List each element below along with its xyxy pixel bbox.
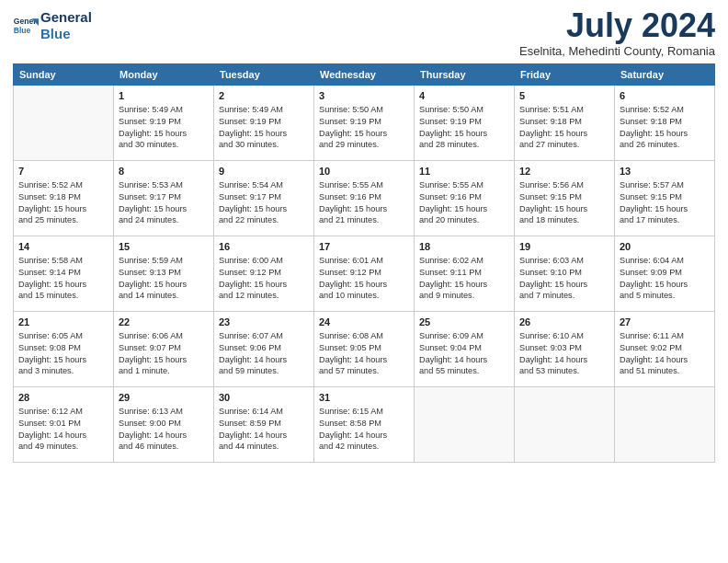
day-info: Sunrise: 6:04 AM Sunset: 9:09 PM Dayligh…: [620, 255, 710, 303]
calendar-cell: 12Sunrise: 5:56 AM Sunset: 9:15 PM Dayli…: [515, 161, 615, 236]
logo-line1: General: [40, 9, 92, 25]
calendar-cell: 4Sunrise: 5:50 AM Sunset: 9:19 PM Daylig…: [415, 86, 515, 161]
page-container: General Blue General Blue July 2024 Esel…: [0, 0, 728, 563]
day-number: 14: [18, 240, 108, 254]
calendar-header-row: SundayMondayTuesdayWednesdayThursdayFrid…: [14, 64, 715, 86]
calendar-cell: 2Sunrise: 5:49 AM Sunset: 9:19 PM Daylig…: [214, 86, 314, 161]
weekday-header-sunday: Sunday: [14, 64, 114, 86]
calendar-cell: 24Sunrise: 6:08 AM Sunset: 9:05 PM Dayli…: [314, 312, 415, 387]
logo-icon: General Blue: [13, 13, 39, 39]
day-number: 30: [219, 391, 309, 405]
calendar-cell: 16Sunrise: 6:00 AM Sunset: 9:12 PM Dayli…: [214, 236, 314, 312]
day-number: 26: [519, 316, 609, 329]
calendar-cell: 21Sunrise: 6:05 AM Sunset: 9:08 PM Dayli…: [14, 312, 114, 387]
day-info: Sunrise: 5:57 AM Sunset: 9:15 PM Dayligh…: [620, 179, 710, 227]
day-number: 18: [419, 240, 509, 254]
day-info: Sunrise: 5:55 AM Sunset: 9:16 PM Dayligh…: [419, 179, 509, 227]
calendar-cell: 9Sunrise: 5:54 AM Sunset: 9:17 PM Daylig…: [214, 161, 314, 236]
day-number: 10: [319, 165, 409, 178]
day-info: Sunrise: 6:09 AM Sunset: 9:04 PM Dayligh…: [419, 330, 509, 378]
day-number: 3: [319, 89, 409, 103]
calendar-cell: 13Sunrise: 5:57 AM Sunset: 9:15 PM Dayli…: [615, 161, 715, 236]
day-number: 7: [18, 165, 108, 178]
header: General Blue General Blue July 2024 Esel…: [13, 9, 715, 58]
weekday-header-thursday: Thursday: [415, 64, 515, 86]
day-number: 11: [419, 165, 509, 178]
calendar-cell: 7Sunrise: 5:52 AM Sunset: 9:18 PM Daylig…: [14, 161, 114, 236]
day-info: Sunrise: 5:50 AM Sunset: 9:19 PM Dayligh…: [319, 104, 409, 152]
day-number: 2: [219, 89, 309, 103]
calendar-cell: 25Sunrise: 6:09 AM Sunset: 9:04 PM Dayli…: [415, 312, 515, 387]
calendar-cell: 14Sunrise: 5:58 AM Sunset: 9:14 PM Dayli…: [14, 236, 114, 312]
day-info: Sunrise: 5:54 AM Sunset: 9:17 PM Dayligh…: [219, 179, 309, 227]
day-number: 8: [119, 165, 209, 178]
calendar-cell: 15Sunrise: 5:59 AM Sunset: 9:13 PM Dayli…: [114, 236, 214, 312]
day-info: Sunrise: 6:11 AM Sunset: 9:02 PM Dayligh…: [620, 330, 710, 378]
calendar-cell: 30Sunrise: 6:14 AM Sunset: 8:59 PM Dayli…: [214, 387, 314, 463]
calendar-cell: 22Sunrise: 6:06 AM Sunset: 9:07 PM Dayli…: [114, 312, 214, 387]
calendar-cell: 19Sunrise: 6:03 AM Sunset: 9:10 PM Dayli…: [515, 236, 615, 312]
title-block: July 2024 Eselnita, Mehedinti County, Ro…: [519, 9, 715, 58]
calendar-cell: 29Sunrise: 6:13 AM Sunset: 9:00 PM Dayli…: [114, 387, 214, 463]
day-number: 19: [519, 240, 609, 254]
logo-text: General Blue: [40, 9, 92, 42]
location: Eselnita, Mehedinti County, Romania: [519, 44, 715, 58]
day-number: 20: [620, 240, 710, 254]
calendar-cell: 11Sunrise: 5:55 AM Sunset: 9:16 PM Dayli…: [415, 161, 515, 236]
weekday-header-tuesday: Tuesday: [214, 64, 314, 86]
calendar-cell: 6Sunrise: 5:52 AM Sunset: 9:18 PM Daylig…: [615, 86, 715, 161]
day-info: Sunrise: 5:53 AM Sunset: 9:17 PM Dayligh…: [119, 179, 209, 227]
logo-line2: Blue: [40, 26, 71, 41]
logo: General Blue General Blue: [13, 9, 92, 42]
day-info: Sunrise: 6:01 AM Sunset: 9:12 PM Dayligh…: [319, 255, 409, 303]
calendar-week-row: 28Sunrise: 6:12 AM Sunset: 9:01 PM Dayli…: [14, 387, 715, 463]
day-number: 21: [18, 316, 108, 329]
day-info: Sunrise: 6:02 AM Sunset: 9:11 PM Dayligh…: [419, 255, 509, 303]
calendar-cell: 28Sunrise: 6:12 AM Sunset: 9:01 PM Dayli…: [14, 387, 114, 463]
calendar-cell: 23Sunrise: 6:07 AM Sunset: 9:06 PM Dayli…: [214, 312, 314, 387]
day-number: 22: [119, 316, 209, 329]
day-info: Sunrise: 6:14 AM Sunset: 8:59 PM Dayligh…: [219, 406, 309, 454]
day-number: 12: [519, 165, 609, 178]
day-number: 27: [620, 316, 710, 329]
calendar-cell: 3Sunrise: 5:50 AM Sunset: 9:19 PM Daylig…: [314, 86, 415, 161]
day-number: 13: [620, 165, 710, 178]
day-info: Sunrise: 5:58 AM Sunset: 9:14 PM Dayligh…: [18, 255, 108, 303]
calendar-cell: [14, 86, 114, 161]
day-info: Sunrise: 6:15 AM Sunset: 8:58 PM Dayligh…: [319, 406, 409, 454]
day-info: Sunrise: 6:05 AM Sunset: 9:08 PM Dayligh…: [18, 330, 108, 378]
day-number: 28: [18, 391, 108, 405]
day-info: Sunrise: 5:52 AM Sunset: 9:18 PM Dayligh…: [620, 104, 710, 152]
day-info: Sunrise: 5:51 AM Sunset: 9:18 PM Dayligh…: [519, 104, 609, 152]
calendar-cell: 20Sunrise: 6:04 AM Sunset: 9:09 PM Dayli…: [615, 236, 715, 312]
day-info: Sunrise: 6:00 AM Sunset: 9:12 PM Dayligh…: [219, 255, 309, 303]
day-info: Sunrise: 5:50 AM Sunset: 9:19 PM Dayligh…: [419, 104, 509, 152]
day-info: Sunrise: 6:03 AM Sunset: 9:10 PM Dayligh…: [519, 255, 609, 303]
day-info: Sunrise: 5:49 AM Sunset: 9:19 PM Dayligh…: [119, 104, 209, 152]
day-info: Sunrise: 5:55 AM Sunset: 9:16 PM Dayligh…: [319, 179, 409, 227]
day-number: 31: [319, 391, 409, 405]
calendar-cell: 18Sunrise: 6:02 AM Sunset: 9:11 PM Dayli…: [415, 236, 515, 312]
day-number: 24: [319, 316, 409, 329]
svg-text:Blue: Blue: [14, 26, 31, 35]
calendar-cell: 10Sunrise: 5:55 AM Sunset: 9:16 PM Dayli…: [314, 161, 415, 236]
day-info: Sunrise: 6:07 AM Sunset: 9:06 PM Dayligh…: [219, 330, 309, 378]
calendar-cell: 26Sunrise: 6:10 AM Sunset: 9:03 PM Dayli…: [515, 312, 615, 387]
day-number: 29: [119, 391, 209, 405]
day-number: 16: [219, 240, 309, 254]
day-info: Sunrise: 5:52 AM Sunset: 9:18 PM Dayligh…: [18, 179, 108, 227]
calendar-table: SundayMondayTuesdayWednesdayThursdayFrid…: [13, 63, 715, 463]
day-number: 1: [119, 89, 209, 103]
day-number: 9: [219, 165, 309, 178]
calendar-week-row: 7Sunrise: 5:52 AM Sunset: 9:18 PM Daylig…: [14, 161, 715, 236]
calendar-cell: 27Sunrise: 6:11 AM Sunset: 9:02 PM Dayli…: [615, 312, 715, 387]
calendar-cell: [515, 387, 615, 463]
day-number: 25: [419, 316, 509, 329]
weekday-header-saturday: Saturday: [615, 64, 715, 86]
day-info: Sunrise: 6:06 AM Sunset: 9:07 PM Dayligh…: [119, 330, 209, 378]
day-info: Sunrise: 6:12 AM Sunset: 9:01 PM Dayligh…: [18, 406, 108, 454]
calendar-cell: [615, 387, 715, 463]
calendar-cell: [415, 387, 515, 463]
day-number: 4: [419, 89, 509, 103]
day-info: Sunrise: 5:56 AM Sunset: 9:15 PM Dayligh…: [519, 179, 609, 227]
